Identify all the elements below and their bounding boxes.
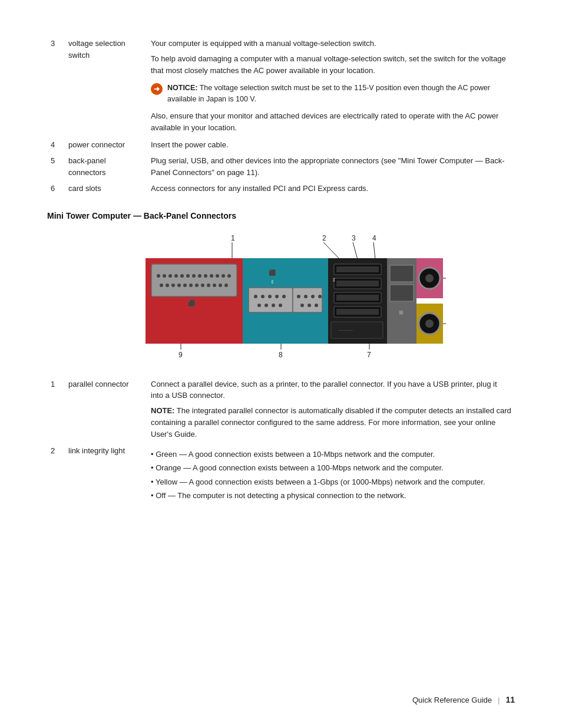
page-footer: Quick Reference Guide | 11 — [412, 695, 515, 704]
svg-point-33 — [279, 304, 282, 307]
svg-point-37 — [318, 295, 322, 298]
usb-inner-4 — [336, 309, 379, 315]
svg-point-39 — [308, 304, 311, 307]
item-3-notice-text: NOTICE: The voltage selection switch mus… — [167, 83, 511, 105]
item-5-desc: Plug serial, USB, and other devices into… — [147, 153, 515, 180]
audio-inner-yellow — [425, 319, 434, 328]
svg-point-29 — [282, 295, 286, 298]
item-3-main-text: Your computer is equipped with a manual … — [151, 38, 511, 50]
bp-item-1-num: 1 — [47, 376, 65, 443]
callout-3-top: 3 — [352, 234, 356, 242]
svg-point-24 — [224, 284, 228, 287]
item-6-label: card slots — [65, 180, 147, 197]
serial2-dots-row2 — [300, 304, 318, 307]
item-3-row: 3 voltage selection switch Your computer… — [47, 35, 515, 137]
bullet-orange: Orange — A good connection exists betwee… — [151, 461, 511, 475]
usb-inner-2 — [336, 281, 379, 286]
usb-bottom-text: ⋯⋯⋯ — [339, 328, 353, 333]
network-port-1 — [390, 265, 414, 282]
svg-point-14 — [166, 284, 169, 287]
svg-point-16 — [177, 284, 181, 287]
network-icon: ⊞ — [399, 309, 404, 315]
bp-item-2-bullets: Green — A good connection exists between… — [151, 447, 511, 503]
back-panel-items-table: 1 parallel connector Connect a parallel … — [47, 376, 515, 505]
svg-point-13 — [160, 284, 163, 287]
parallel-connector — [151, 264, 237, 297]
item-6-row: 6 card slots Access connectors for any i… — [47, 180, 515, 197]
svg-point-20 — [201, 284, 204, 287]
item-6-desc: Access connectors for any installed PCI … — [147, 180, 515, 197]
usb-inner-1 — [336, 266, 379, 272]
svg-point-38 — [300, 304, 304, 307]
svg-point-22 — [213, 284, 216, 287]
svg-point-23 — [219, 284, 222, 287]
usb-inner-3 — [336, 295, 379, 301]
teal-icon: ⬛ — [269, 269, 276, 276]
item-3-extra-text: To help avoid damaging a computer with a… — [151, 53, 511, 77]
svg-point-36 — [311, 295, 315, 298]
item-4-desc: Insert the power cable. — [147, 137, 515, 153]
parallel-icon: ⬛ — [188, 299, 196, 307]
item-5-row: 5 back-panel connectors Plug serial, USB… — [47, 153, 515, 180]
svg-point-0 — [157, 274, 160, 278]
network-port-2 — [390, 285, 414, 301]
svg-point-12 — [227, 274, 231, 278]
svg-point-31 — [265, 304, 268, 307]
callout-4-line — [373, 242, 375, 259]
svg-point-40 — [315, 304, 318, 307]
item-5-label: back-panel connectors — [65, 153, 147, 180]
svg-point-4 — [180, 274, 184, 278]
svg-point-11 — [222, 274, 225, 278]
bullet-off: Off — The computer is not detecting a ph… — [151, 489, 511, 503]
svg-point-21 — [207, 284, 210, 287]
page-number: 11 — [505, 695, 515, 704]
teal-icon2: ⇕ — [270, 279, 275, 285]
bp-item-1-desc: Connect a parallel device, such as a pri… — [147, 376, 515, 443]
bp-item-2-label: link integrity light — [65, 443, 147, 505]
svg-point-8 — [204, 274, 207, 278]
svg-point-6 — [192, 274, 196, 278]
panel-diagram-svg: 1 2 3 4 — [116, 229, 446, 364]
teal-arrow: ⇕ — [332, 277, 336, 283]
bp-item-2-desc: Green — A good connection exists between… — [147, 443, 515, 505]
callout-4-top: 4 — [372, 234, 376, 242]
svg-point-28 — [275, 295, 279, 298]
callout-2-top: 2 — [322, 234, 326, 242]
svg-point-32 — [272, 304, 275, 307]
item-3-desc: Your computer is equipped with a manual … — [147, 35, 515, 137]
item-4-row: 4 power connector Insert the power cable… — [47, 137, 515, 153]
svg-point-34 — [297, 295, 300, 298]
svg-point-9 — [210, 274, 213, 278]
item-3-also-text: Also, ensure that your monitor and attac… — [151, 110, 511, 134]
svg-point-2 — [168, 274, 172, 278]
callout-9-label: 9 — [178, 351, 183, 359]
bullet-green: Green — A good connection exists between… — [151, 447, 511, 462]
svg-point-25 — [254, 295, 257, 298]
bp-item-2-row: 2 link integrity light Green — A good co… — [47, 443, 515, 505]
svg-point-15 — [171, 284, 175, 287]
svg-point-5 — [186, 274, 190, 278]
bp-item-1-note: NOTE: The integrated parallel connector … — [151, 405, 511, 440]
item-4-num: 4 — [47, 137, 65, 153]
svg-point-10 — [216, 274, 219, 278]
svg-point-18 — [189, 284, 193, 287]
bp-item-1-main: Connect a parallel device, such as a pri… — [151, 378, 511, 401]
audio-inner-pink — [425, 274, 434, 282]
svg-point-3 — [174, 274, 178, 278]
svg-point-26 — [261, 295, 265, 298]
notice-icon: ➜ — [151, 83, 163, 95]
svg-point-35 — [304, 295, 308, 298]
callout-3-line — [353, 242, 358, 259]
footer-divider: | — [498, 696, 500, 704]
svg-point-27 — [268, 295, 272, 298]
svg-point-30 — [257, 304, 261, 307]
item-5-num: 5 — [47, 153, 65, 180]
item-3-notice-box: ➜ NOTICE: The voltage selection switch m… — [151, 83, 511, 105]
bp-item-1-row: 1 parallel connector Connect a parallel … — [47, 376, 515, 443]
callout-8-label: 8 — [279, 351, 283, 359]
svg-point-1 — [163, 274, 166, 278]
svg-point-7 — [198, 274, 201, 278]
footer-guide-label: Quick Reference Guide — [412, 696, 492, 704]
back-panel-diagram: 1 2 3 4 — [47, 229, 515, 364]
bp-item-1-label: parallel connector — [65, 376, 147, 443]
